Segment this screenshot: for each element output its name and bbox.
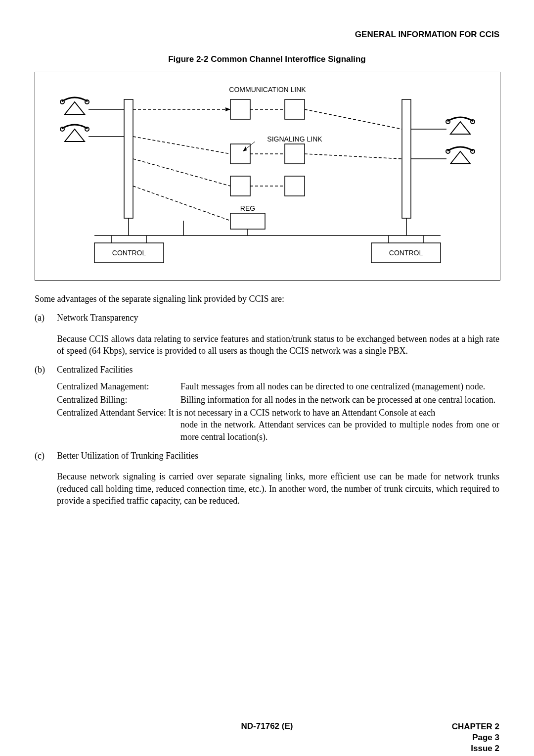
node-box bbox=[285, 144, 305, 164]
control-left-label: CONTROL bbox=[112, 249, 146, 257]
def-cas-line1: Centralized Attendant Service: It is not… bbox=[57, 407, 499, 419]
phone-icon bbox=[446, 117, 475, 134]
item-title-c: Better Utilization of Trunking Facilitie… bbox=[57, 450, 499, 462]
footer-issue: Issue 2 bbox=[452, 743, 499, 754]
header-section-title: GENERAL INFORMATION FOR CCIS bbox=[35, 30, 499, 40]
mux-box bbox=[124, 99, 133, 218]
item-marker-b: (b) bbox=[35, 364, 57, 376]
figure-caption: Figure 2-2 Common Channel Interoffice Si… bbox=[35, 54, 499, 64]
comm-link-label: COMMUNICATION LINK bbox=[229, 86, 306, 94]
def-desc-cb: Billing information for all nodes in the… bbox=[180, 394, 499, 406]
phone-icon bbox=[60, 125, 89, 142]
item-title-a: Network Transparency bbox=[57, 312, 499, 324]
svg-marker-13 bbox=[225, 107, 230, 111]
def-cas-line2: node in the network. Attendant services … bbox=[180, 419, 499, 443]
footer-chapter: CHAPTER 2 bbox=[452, 721, 499, 732]
def-term-cb: Centralized Billing: bbox=[57, 394, 180, 406]
footer-page: Page 3 bbox=[452, 732, 499, 743]
svg-line-18 bbox=[305, 154, 402, 159]
item-marker-c: (c) bbox=[35, 450, 57, 462]
node-box bbox=[285, 99, 305, 119]
sig-link-label: SIGNALING LINK bbox=[267, 135, 322, 143]
node-box bbox=[230, 99, 250, 119]
reg-box bbox=[230, 213, 265, 229]
svg-line-16 bbox=[133, 137, 230, 154]
signaling-diagram-svg: COMMUNICATION LINK SIGNALING LINK bbox=[35, 72, 500, 280]
node-box bbox=[230, 176, 250, 196]
def-desc-cm: Fault messages from all nodes can be dir… bbox=[180, 380, 499, 392]
control-right-label: CONTROL bbox=[389, 249, 423, 257]
node-box bbox=[285, 176, 305, 196]
phone-icon bbox=[446, 147, 475, 164]
item-para-c: Because network signaling is carried ove… bbox=[57, 471, 499, 507]
phone-icon bbox=[60, 97, 89, 114]
item-title-b: Centralized Facilities bbox=[57, 364, 499, 376]
figure-diagram: COMMUNICATION LINK SIGNALING LINK bbox=[35, 72, 500, 281]
intro-text: Some advantages of the separate signalin… bbox=[35, 293, 499, 305]
mux-box bbox=[402, 99, 411, 218]
svg-line-23 bbox=[133, 186, 230, 221]
item-marker-a: (a) bbox=[35, 312, 57, 324]
node-box bbox=[230, 144, 250, 164]
page-footer: ND-71762 (E) CHAPTER 2 Page 3 Issue 2 bbox=[35, 721, 499, 731]
def-term-cm: Centralized Management: bbox=[57, 380, 180, 392]
svg-line-15 bbox=[305, 109, 402, 129]
svg-line-22 bbox=[133, 159, 230, 186]
footer-doc-id: ND-71762 (E) bbox=[35, 721, 499, 731]
item-para-a: Because CCIS allows data relating to ser… bbox=[57, 333, 499, 357]
reg-label: REG bbox=[240, 204, 255, 212]
